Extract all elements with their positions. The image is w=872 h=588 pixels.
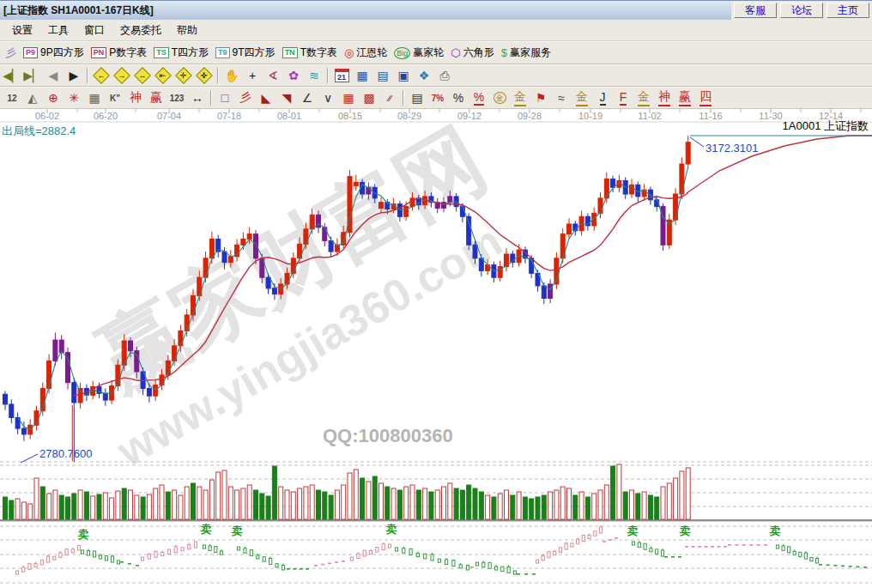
ruler12-icon[interactable]: 12 [2, 88, 22, 107]
partial-tool-icon: 彡 [5, 47, 16, 59]
toolbar-separator [87, 68, 88, 83]
menu-item-3[interactable]: 交易委托 [113, 21, 168, 40]
red-grid-icon[interactable]: ▦ [338, 88, 359, 107]
prev-page-icon[interactable]: ◀ [43, 66, 64, 85]
candle-body [310, 215, 314, 229]
printer-icon[interactable]: ⎙ [434, 66, 455, 85]
ying-angle-icon[interactable]: 赢 [675, 88, 695, 107]
gold-circle-icon[interactable]: 金 [489, 88, 510, 107]
gold-bar-icon[interactable]: 金 [572, 88, 592, 107]
fan-box2-icon[interactable]: ◥ [276, 88, 297, 107]
starburst-icon[interactable]: ✳ [64, 88, 84, 107]
f-angle-icon[interactable]: F [613, 88, 633, 107]
tool-hexagon[interactable]: ⬡六角形 [447, 44, 497, 63]
trend-angle-icon[interactable]: ∠ [297, 88, 318, 107]
shen-tool-icon[interactable]: 神 [125, 88, 146, 107]
tool-winner-service[interactable]: $赢家服务 [498, 44, 554, 63]
menu-item-4[interactable]: 帮助 [170, 21, 204, 40]
fan-rays-icon[interactable]: 彡 [235, 88, 256, 107]
next-page-icon[interactable]: ▶ [64, 66, 84, 85]
kline-tool-icon[interactable]: K" [105, 88, 125, 107]
signal-mark [220, 551, 222, 555]
signal-mark [65, 549, 68, 555]
signal-mark [77, 546, 80, 551]
zigzag-icon[interactable]: ∨ [318, 88, 338, 107]
wave-tool-icon[interactable]: ≋ [304, 66, 324, 85]
candle-body [185, 315, 189, 330]
tool-p-number[interactable]: PNP数字表 [88, 44, 151, 63]
candle-body [473, 245, 477, 258]
menu-item-0[interactable]: 设置 [5, 21, 39, 40]
volume-bar [97, 494, 101, 519]
si-angle-icon[interactable]: 四 [695, 88, 716, 107]
hand-tool-icon[interactable]: ✋ [221, 66, 242, 85]
signal-dash [819, 564, 822, 566]
ruler123-icon[interactable]: 123 [167, 88, 187, 107]
tool-9t-square[interactable]: T99T四方形 [212, 44, 279, 63]
home-button[interactable]: 主页 [827, 3, 869, 18]
crosshair-icon[interactable]: + [242, 66, 263, 85]
diamond-right-icon[interactable]: → [112, 66, 132, 85]
tool-t-square[interactable]: TST四方形 [150, 44, 212, 63]
set-square-icon[interactable]: ◭ [22, 88, 43, 107]
compass-icon[interactable]: ⊕ [43, 88, 64, 107]
calculator-icon[interactable]: ▦ [352, 66, 372, 85]
volume-bar [203, 490, 208, 519]
diamond-collapse-icon[interactable]: ⇤ [153, 66, 173, 85]
volume-bar [423, 488, 427, 519]
last-page-icon[interactable]: ▶▏ [22, 66, 43, 85]
date-label: 09-12 [457, 111, 481, 121]
ying-tool-icon[interactable]: 赢 [146, 88, 167, 107]
volume-bar [317, 490, 321, 519]
candle-body [448, 197, 452, 203]
shen-angle-icon[interactable]: 神 [654, 88, 675, 107]
menu-item-2[interactable]: 窗口 [77, 21, 112, 40]
wave-lines-icon[interactable]: ≈ [551, 88, 572, 107]
j-angle-icon[interactable]: J [592, 88, 613, 107]
grid-target-icon[interactable]: ▦ [84, 88, 105, 107]
notes-icon[interactable]: ▤ [372, 66, 393, 85]
seal-tool-icon[interactable]: ✿ [283, 66, 304, 85]
percent7-icon[interactable]: 7% [427, 88, 448, 107]
signal-mark [194, 542, 197, 548]
gold-line-icon[interactable]: 金 [510, 88, 530, 107]
signal-mark [93, 551, 95, 557]
service-button[interactable]: 客服 [734, 3, 777, 18]
candle-flag-icon[interactable]: ⚑ [530, 88, 551, 107]
volume-bar [467, 485, 471, 519]
volume-bar [335, 490, 339, 519]
calendar-icon[interactable]: 21 [331, 66, 352, 85]
kline-chart-canvas[interactable]: 赢家财富网www.yingjia360.comQQ:10080036006-02… [0, 109, 872, 588]
stats-list-icon[interactable]: ▤ [407, 88, 427, 107]
forum-button[interactable]: 论坛 [780, 3, 823, 18]
diamond-left-icon[interactable]: ← [91, 66, 112, 85]
parallel-lines-icon[interactable]: ∕∕ [379, 88, 400, 107]
diamond-center-icon[interactable]: ✜ [194, 66, 215, 85]
tool-winner-wheel[interactable]: Big赢家轮 [391, 44, 447, 63]
signal-dash [328, 563, 331, 565]
share-icon[interactable]: ❖ [414, 66, 434, 85]
tool-9p-square[interactable]: P99P四方形 [20, 44, 88, 63]
sell-signal-label: 卖 [232, 524, 243, 537]
fan-box-icon[interactable]: ◣ [256, 88, 276, 107]
percent-icon[interactable]: % [448, 88, 469, 107]
angle-measure-icon[interactable]: ∢ [263, 66, 283, 85]
signal-mark [416, 554, 419, 557]
box-tool-icon[interactable]: □ [215, 88, 235, 107]
diamond-expand-icon[interactable]: ↔ [132, 66, 153, 85]
first-page-icon[interactable]: ◀▏ [2, 66, 22, 85]
tool-gann-wheel[interactable]: ◎江恩轮 [341, 44, 391, 63]
gold-angle-icon[interactable]: 金 [633, 88, 654, 107]
partial-tool[interactable]: 彡 [2, 44, 20, 63]
signal-mark [576, 539, 578, 544]
volume-bar [260, 494, 264, 519]
save-icon[interactable]: ▣ [393, 66, 414, 85]
percent-line-icon[interactable]: % [469, 88, 489, 107]
diamond-move-icon[interactable]: ✛ [173, 66, 194, 85]
measure-width-icon[interactable]: ↔ [187, 88, 208, 107]
tool-9p-square-icon: P9 [23, 47, 38, 58]
tool-t-number[interactable]: TNT数字表 [279, 44, 341, 63]
red-grid2-icon[interactable]: ▩ [359, 88, 379, 107]
signal-dash [833, 565, 837, 567]
menu-item-1[interactable]: 工具 [41, 21, 76, 40]
